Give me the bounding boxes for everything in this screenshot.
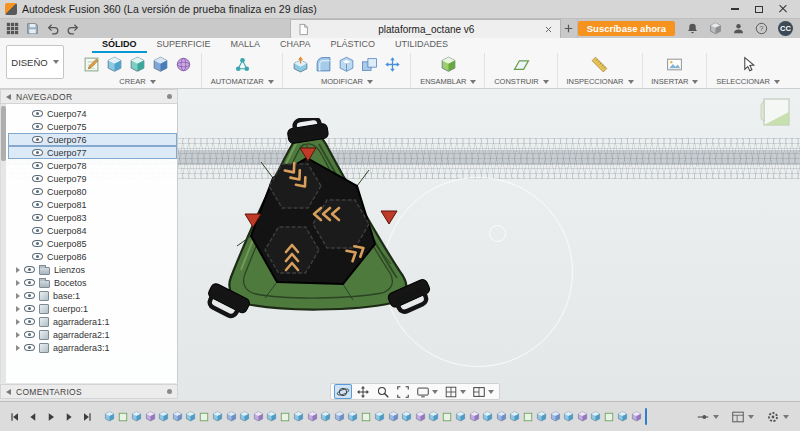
visibility-eye-icon[interactable] xyxy=(32,201,43,208)
timeline-feature-icon[interactable] xyxy=(469,411,480,422)
navigator-item-base-1[interactable]: base:1 xyxy=(8,289,177,302)
navigator-item-cuerpo74[interactable]: Cuerpo74 xyxy=(8,107,177,120)
shell-icon[interactable] xyxy=(337,55,356,74)
timeline-feature-icon[interactable] xyxy=(320,411,331,422)
minimize-button[interactable] xyxy=(723,0,747,18)
visibility-eye-icon[interactable] xyxy=(24,266,35,273)
ribbon-tab-solido[interactable]: SÓLIDO xyxy=(92,39,147,53)
timeline-feature-icon[interactable] xyxy=(604,411,615,422)
visibility-eye-icon[interactable] xyxy=(24,331,35,338)
redo-icon[interactable] xyxy=(64,21,81,37)
navigator-item-agarradera2-1[interactable]: agarradera2:1 xyxy=(8,328,177,341)
timeline-feature-icon[interactable] xyxy=(631,411,642,422)
timeline-feature-icon[interactable] xyxy=(266,411,277,422)
timeline-feature-icon[interactable] xyxy=(253,411,264,422)
navigator-item-cuerpo83[interactable]: Cuerpo83 xyxy=(8,211,177,224)
step-back-icon[interactable] xyxy=(25,409,40,424)
visibility-eye-icon[interactable] xyxy=(24,344,35,351)
cube-revolve-icon[interactable] xyxy=(128,55,147,74)
timeline-feature-icon[interactable] xyxy=(415,411,426,422)
visibility-eye-icon[interactable] xyxy=(32,162,43,169)
ribbon-tab-chapa[interactable]: CHAPA xyxy=(270,39,320,53)
fit-icon[interactable] xyxy=(394,384,412,399)
person-icon[interactable] xyxy=(730,21,746,37)
zoom-icon[interactable] xyxy=(374,384,392,399)
help-icon[interactable]: ? xyxy=(753,21,769,37)
timeline-feature-icon[interactable] xyxy=(550,411,561,422)
insert-canvas-icon[interactable] xyxy=(665,55,684,74)
ribbon-tab-superficie[interactable]: SUPERFICIE xyxy=(147,39,221,53)
timeline-feature-icon[interactable] xyxy=(455,411,466,422)
visibility-eye-icon[interactable] xyxy=(24,292,35,299)
timeline-feature-icon[interactable] xyxy=(617,411,628,422)
group-dropdown-automatizar[interactable]: AUTOMATIZAR xyxy=(211,77,274,86)
navigator-item-cuerpo76[interactable]: Cuerpo76 xyxy=(8,133,177,146)
timeline-feature-icon[interactable] xyxy=(361,411,372,422)
timeline-feature-icon[interactable] xyxy=(172,411,183,422)
timeline-feature-icon[interactable] xyxy=(482,411,493,422)
cube-sweep-icon[interactable] xyxy=(151,55,170,74)
bell-icon[interactable] xyxy=(684,21,700,37)
timeline-feature-icon[interactable] xyxy=(145,411,156,422)
sphere-form-icon[interactable] xyxy=(174,55,193,74)
timeline-feature-icon[interactable] xyxy=(577,411,588,422)
collapse-panel-icon[interactable] xyxy=(6,94,11,100)
timeline-feature-icon[interactable] xyxy=(388,411,399,422)
orbit-icon[interactable] xyxy=(334,384,352,399)
tab-close-icon[interactable] xyxy=(544,25,553,34)
expand-arrow-icon[interactable] xyxy=(16,319,20,325)
timeline-slider-icon[interactable] xyxy=(696,410,719,424)
sketch-icon[interactable] xyxy=(82,55,101,74)
timeline-feature-icon[interactable] xyxy=(536,411,547,422)
navigator-item-bocetos[interactable]: Bocetos xyxy=(8,276,177,289)
visibility-eye-icon[interactable] xyxy=(32,136,43,143)
display-settings-icon[interactable] xyxy=(414,384,440,399)
timeline-gear-icon[interactable] xyxy=(766,410,789,424)
navigator-header[interactable]: NAVEGADOR xyxy=(0,89,178,104)
timeline-feature-icon[interactable] xyxy=(496,411,507,422)
group-dropdown-modificar[interactable]: MODIFICAR xyxy=(321,77,373,86)
navigator-item-lienzos[interactable]: Lienzos xyxy=(8,263,177,276)
timeline-layout-icon[interactable] xyxy=(731,410,754,424)
timeline-feature-icon[interactable] xyxy=(442,411,453,422)
timeline-feature-icon[interactable] xyxy=(509,411,520,422)
timeline-feature-icon[interactable] xyxy=(374,411,385,422)
pan-icon[interactable] xyxy=(354,384,372,399)
cube-extrude-icon[interactable] xyxy=(105,55,124,74)
press-pull-icon[interactable] xyxy=(291,55,310,74)
assemble-icon[interactable] xyxy=(439,55,458,74)
visibility-eye-icon[interactable] xyxy=(24,318,35,325)
expand-arrow-icon[interactable] xyxy=(16,267,20,273)
timeline-feature-icon[interactable] xyxy=(185,411,196,422)
timeline-feature-icon[interactable] xyxy=(226,411,237,422)
timeline-feature-icon[interactable] xyxy=(428,411,439,422)
step-forward-icon[interactable] xyxy=(61,409,76,424)
visibility-eye-icon[interactable] xyxy=(32,175,43,182)
scrollbar-thumb[interactable] xyxy=(1,106,6,161)
timeline-feature-icon[interactable] xyxy=(307,411,318,422)
combine-icon[interactable] xyxy=(360,55,379,74)
avatar[interactable]: CC xyxy=(778,21,793,36)
navigator-item-cuerpo-1[interactable]: cuerpo:1 xyxy=(8,302,177,315)
expand-arrow-icon[interactable] xyxy=(16,293,20,299)
visibility-eye-icon[interactable] xyxy=(32,214,43,221)
timeline-feature-icon[interactable] xyxy=(131,411,142,422)
model-octane-platform[interactable] xyxy=(195,118,447,332)
viewcube[interactable] xyxy=(760,98,790,126)
navigator-item-cuerpo77[interactable]: Cuerpo77 xyxy=(8,146,177,159)
group-dropdown-seleccionar[interactable]: SELECCIONAR xyxy=(716,77,780,86)
visibility-eye-icon[interactable] xyxy=(32,227,43,234)
navigator-item-agarradera3-1[interactable]: agarradera3:1 xyxy=(8,341,177,354)
automate-icon[interactable] xyxy=(233,55,252,74)
visibility-eye-icon[interactable] xyxy=(32,240,43,247)
workspace-switcher[interactable]: DISEÑO xyxy=(6,45,64,79)
timeline-feature-icon[interactable] xyxy=(347,411,358,422)
maximize-button[interactable] xyxy=(747,0,771,18)
viewports-icon[interactable] xyxy=(470,384,496,399)
timeline-feature-icon[interactable] xyxy=(212,411,223,422)
timeline-feature-icon[interactable] xyxy=(563,411,574,422)
construct-plane-icon[interactable] xyxy=(512,55,531,74)
navigator-item-cuerpo75[interactable]: Cuerpo75 xyxy=(8,120,177,133)
skip-end-icon[interactable] xyxy=(79,409,94,424)
navigator-item-cuerpo84[interactable]: Cuerpo84 xyxy=(8,224,177,237)
